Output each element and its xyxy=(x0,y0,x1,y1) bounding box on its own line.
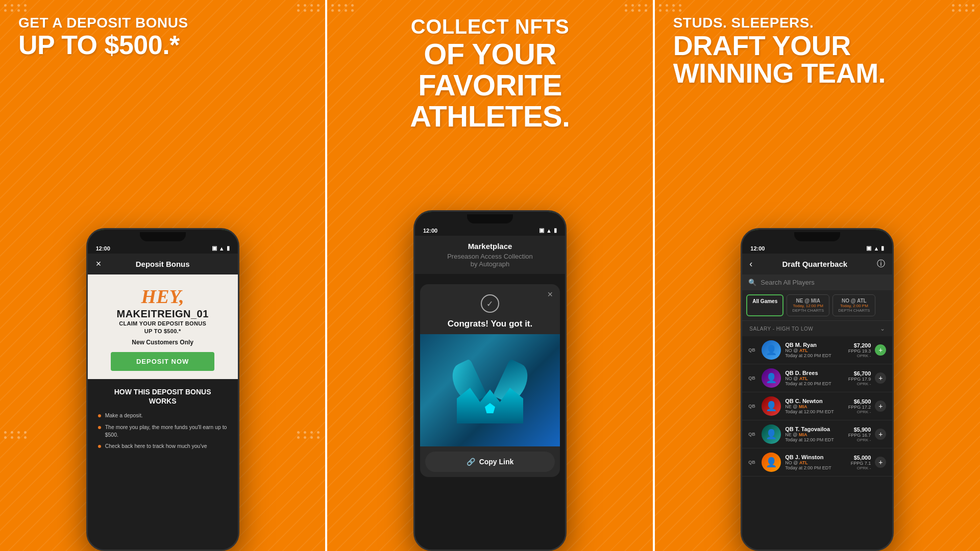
status-bar: 12:00 ▣ ▲ ▮ xyxy=(88,244,238,254)
table-row: QB 👤 QB T. Tagovailoa NE @ MIA Today at … xyxy=(742,420,892,448)
player-matchup: NE @ MIA xyxy=(785,432,844,437)
draft-title: Draft Quarterback xyxy=(782,260,848,268)
link-icon: 🔗 xyxy=(467,458,475,466)
player-position: QB xyxy=(748,432,757,437)
signal-icon-r: ▣ xyxy=(866,245,871,252)
bullet-dot xyxy=(98,445,101,448)
add-player-button[interactable]: + xyxy=(875,429,886,440)
back-icon[interactable]: ‹ xyxy=(749,259,752,269)
tab-ne-mia[interactable]: NE @ MIA Today, 12:00 PM DEPTH CHARTS xyxy=(787,294,829,316)
oprk-value: OPRK - xyxy=(851,466,871,470)
player-time: Today at 12:00 PM EDT xyxy=(785,437,844,442)
bullet-text-1: Make a deposit. xyxy=(105,412,143,419)
marketplace-header: Marketplace Preseason Access Collectionb… xyxy=(415,236,565,274)
player-position: QB xyxy=(748,404,757,409)
copy-link-button[interactable]: 🔗 Copy Link xyxy=(425,452,555,472)
congrats-text: Congrats! You got it. xyxy=(420,317,560,334)
player-info: QB M. Ryan NO @ ATL Today at 2:00 PM EDT xyxy=(785,342,844,358)
salary-amount: $7,200 xyxy=(848,342,871,348)
center-headline: COLLECT NFTs OF YOURFAVORITE ATHLETES. xyxy=(327,0,652,132)
fppg-value: FPPG 16.7 xyxy=(848,433,871,438)
bullet-dot xyxy=(98,414,101,417)
oprk-value: OPRK - xyxy=(848,354,871,358)
avatar: 👤 xyxy=(762,368,781,388)
phone-screen-center: Marketplace Preseason Access Collectionb… xyxy=(415,236,565,549)
search-icon: 🔍 xyxy=(748,279,756,286)
avatar-img: 👤 xyxy=(762,396,781,416)
add-player-button[interactable]: + xyxy=(875,372,886,384)
modal-close-icon[interactable]: × xyxy=(547,289,553,300)
player-matchup: NO @ ATL xyxy=(785,460,846,465)
panel-center: COLLECT NFTs OF YOURFAVORITE ATHLETES. 1… xyxy=(325,0,654,551)
left-headline: GET A DEPOSIT BONUS UP TO $500.* xyxy=(0,0,325,58)
player-time: Today at 2:00 PM EDT xyxy=(785,353,844,358)
deposit-content: HEY, MAKEITREIGN_01 CLAIM YOUR DEPOSIT B… xyxy=(88,274,238,379)
salary-amount: $6,700 xyxy=(848,370,871,377)
left-headline-large: UP TO $500.* xyxy=(18,32,307,58)
player-position: QB xyxy=(748,375,757,381)
deposit-bullet-2: The more you play, the more funds you'll… xyxy=(98,423,228,438)
tab-all-games[interactable]: All Games xyxy=(746,294,783,316)
salary-filter-row[interactable]: SALARY - HIGH TO LOW ⌄ xyxy=(742,320,892,336)
dots-decor-br xyxy=(297,431,321,439)
add-player-button[interactable]: + xyxy=(875,344,886,356)
player-time: Today at 2:00 PM EDT xyxy=(785,465,846,470)
deposit-bullet-3: Check back here to track how much you've xyxy=(98,442,228,450)
phone-notch xyxy=(88,230,238,244)
oprk-value: OPRK - xyxy=(848,438,871,442)
player-matchup: NO @ ATL xyxy=(785,376,844,381)
player-info: QB T. Tagovailoa NE @ MIA Today at 12:00… xyxy=(785,426,844,442)
copy-link-text: Copy Link xyxy=(479,458,514,466)
search-input[interactable]: Search All Players xyxy=(761,279,815,286)
avatar: 👤 xyxy=(762,453,781,472)
info-icon[interactable]: ⓘ xyxy=(877,259,885,269)
left-phone: 12:00 ▣ ▲ ▮ × Deposit Bonus HEY, MAKEITR… xyxy=(86,228,239,551)
player-matchup: NO @ ATL xyxy=(785,348,844,353)
player-info: QB C. Newton NE @ MIA Today at 12:00 PM … xyxy=(785,398,844,414)
close-icon[interactable]: × xyxy=(96,259,102,269)
add-player-button[interactable]: + xyxy=(875,457,886,468)
avatar: 👤 xyxy=(762,340,781,360)
player-time: Today at 2:00 PM EDT xyxy=(785,381,844,386)
phone-screen-right: ‹ Draft Quarterback ⓘ 🔍 Search All Playe… xyxy=(742,254,892,549)
center-headline-large: OF YOURFAVORITE ATHLETES. xyxy=(346,39,634,132)
right-headline-large: DRAFT YOURWINNING TEAM. xyxy=(673,32,962,87)
notch-inner-r xyxy=(794,232,840,241)
right-phone-wrapper: 12:00 ▣ ▲ ▮ ‹ Draft Quarterback ⓘ 🔍 Sear… xyxy=(741,228,894,551)
table-row: QB 👤 QB M. Ryan NO @ ATL Today at 2:00 P… xyxy=(742,336,892,364)
deposit-now-button[interactable]: DEPOSIT NOW xyxy=(111,352,214,371)
deposit-claim-text: CLAIM YOUR DEPOSIT BONUSUP TO $500.* xyxy=(98,320,228,336)
deposit-how-title: HOW THIS DEPOSIT BONUSWORKS xyxy=(98,387,228,406)
nft-crown-visual xyxy=(452,357,528,423)
phone-notch-c xyxy=(415,212,565,226)
tab-no-atl[interactable]: NO @ ATL Today, 2:00 PM DEPTH CHARTS xyxy=(832,294,875,316)
fppg-value: FPPG 7.1 xyxy=(851,461,871,466)
table-row: QB 👤 QB J. Winston NO @ ATL Today at 2:0… xyxy=(742,448,892,477)
notch-inner-c xyxy=(467,214,513,223)
draft-header: ‹ Draft Quarterback ⓘ xyxy=(742,254,892,274)
player-search-bar[interactable]: 🔍 Search All Players xyxy=(742,274,892,290)
bullet-text-2: The more you play, the more funds you'll… xyxy=(105,423,228,438)
marketplace-subtitle: Preseason Access Collectionby Autograph xyxy=(423,253,557,268)
fppg-value: FPPG 17.9 xyxy=(848,377,871,382)
player-name: QB D. Brees xyxy=(785,370,844,376)
salary-amount: $5,000 xyxy=(851,455,871,461)
deposit-new-customers: New Customers Only xyxy=(98,339,228,346)
bullet-dot xyxy=(98,426,101,429)
deposit-header-title: Deposit Bonus xyxy=(136,260,190,268)
center-headline-small: COLLECT NFTs xyxy=(346,14,634,39)
bullet-text-3: Check back here to track how much you've xyxy=(105,442,207,450)
left-headline-small: GET A DEPOSIT BONUS xyxy=(18,14,307,32)
salary-amount: $6,500 xyxy=(848,398,871,405)
players-list: QB 👤 QB M. Ryan NO @ ATL Today at 2:00 P… xyxy=(742,336,892,477)
signal-icon: ▣ xyxy=(212,245,217,252)
player-info: QB D. Brees NO @ ATL Today at 2:00 PM ED… xyxy=(785,370,844,386)
salary-filter-label: SALARY - HIGH TO LOW xyxy=(749,326,813,332)
status-bar-r: 12:00 ▣ ▲ ▮ xyxy=(742,244,892,254)
battery-icon: ▮ xyxy=(227,245,230,252)
panel-left: GET A DEPOSIT BONUS UP TO $500.* 12:00 ▣… xyxy=(0,0,325,551)
oprk-value: OPRK - xyxy=(848,410,871,414)
fppg-value: FPPG 17.2 xyxy=(848,405,871,410)
add-player-button[interactable]: + xyxy=(875,400,886,412)
player-info: QB J. Winston NO @ ATL Today at 2:00 PM … xyxy=(785,454,846,470)
